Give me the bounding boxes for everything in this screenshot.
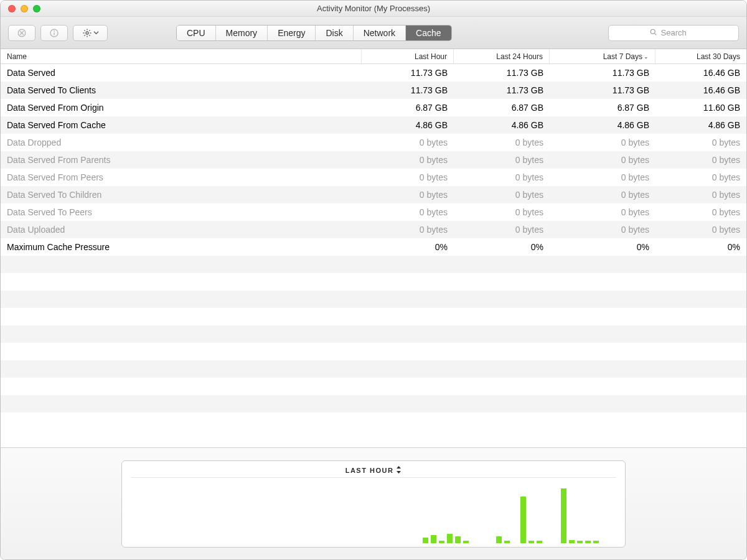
chart-bar (577, 541, 583, 543)
stop-process-button[interactable] (8, 25, 35, 41)
empty-row (1, 413, 746, 430)
metric-name: Data Served To Children (1, 186, 362, 203)
search-input[interactable] (661, 28, 698, 37)
gear-icon (82, 28, 92, 38)
chart-bar (439, 541, 444, 543)
tab-cache[interactable]: Cache (406, 26, 451, 40)
value-last-30-days: 0 bytes (655, 186, 746, 203)
value-last-30-days: 0 bytes (655, 169, 746, 186)
empty-row (1, 360, 746, 378)
svg-point-14 (651, 29, 655, 34)
tab-disk[interactable]: Disk (316, 26, 353, 40)
metric-name: Maximum Cache Pressure (1, 238, 362, 256)
value-last-hour: 0 bytes (362, 134, 454, 151)
gear-menu-button[interactable] (73, 25, 108, 41)
value-last-30-days: 16.46 GB (655, 82, 746, 99)
svg-line-13 (84, 35, 85, 35)
metric-name: Data Served From Cache (1, 116, 362, 134)
value-last-24-hours: 11.73 GB (454, 64, 550, 82)
value-last-7-days: 6.87 GB (550, 99, 655, 116)
table-row[interactable]: Data Served From Origin6.87 GB6.87 GB6.8… (1, 99, 746, 116)
toolbar-left-group (8, 25, 108, 41)
tab-network[interactable]: Network (354, 26, 406, 40)
metric-name: Data Served To Clients (1, 82, 362, 99)
value-last-30-days: 0% (655, 238, 746, 256)
table-row[interactable]: Maximum Cache Pressure0%0%0%0% (1, 238, 746, 256)
value-last-30-days: 0 bytes (655, 203, 746, 221)
tab-cpu[interactable]: CPU (177, 26, 216, 40)
chart-separator (131, 477, 616, 478)
table-body: Data Served11.73 GB11.73 GB11.73 GB16.46… (1, 64, 746, 447)
value-last-30-days: 11.60 GB (655, 99, 746, 116)
minimize-window-button[interactable] (21, 5, 28, 12)
metric-name: Data Served To Peers (1, 203, 362, 221)
table-row[interactable]: Data Served From Parents0 bytes0 bytes0 … (1, 151, 746, 169)
chart-bar (529, 541, 534, 543)
value-last-7-days: 0 bytes (550, 151, 655, 169)
svg-line-11 (89, 35, 90, 35)
chart-range-selector[interactable]: LAST HOUR (131, 466, 616, 475)
chart-bar (455, 536, 461, 543)
value-last-30-days: 0 bytes (655, 134, 746, 151)
info-button[interactable] (40, 25, 68, 41)
value-last-30-days: 16.46 GB (655, 64, 746, 82)
column-last-hour[interactable]: Last Hour (362, 49, 454, 63)
value-last-hour: 0% (362, 238, 454, 256)
value-last-hour: 0 bytes (362, 203, 454, 221)
value-last-hour: 0 bytes (362, 221, 454, 238)
column-last-7-days-label: Last 7 Days (603, 52, 642, 61)
column-name[interactable]: Name (1, 49, 362, 63)
column-last-30-days[interactable]: Last 30 Days (655, 49, 746, 63)
value-last-7-days: 0 bytes (550, 221, 655, 238)
value-last-24-hours: 11.73 GB (454, 82, 550, 99)
svg-point-5 (86, 32, 88, 34)
column-last-24-hours[interactable]: Last 24 Hours (454, 49, 550, 63)
table-row[interactable]: Data Served From Cache4.86 GB4.86 GB4.86… (1, 116, 746, 134)
table-row[interactable]: Data Served To Children0 bytes0 bytes0 b… (1, 186, 746, 203)
value-last-hour: 0 bytes (362, 186, 454, 203)
chart-bar (431, 535, 436, 543)
chart-bar (423, 538, 428, 543)
value-last-24-hours: 0 bytes (454, 169, 550, 186)
value-last-30-days: 0 bytes (655, 221, 746, 238)
value-last-7-days: 11.73 GB (550, 82, 655, 99)
value-last-24-hours: 0 bytes (454, 186, 550, 203)
value-last-24-hours: 0% (454, 238, 550, 256)
value-last-24-hours: 0 bytes (454, 134, 550, 151)
chart-bar (520, 497, 526, 543)
value-last-hour: 0 bytes (362, 151, 454, 169)
table-row[interactable]: Data Served From Peers0 bytes0 bytes0 by… (1, 169, 746, 186)
value-last-30-days: 4.86 GB (655, 116, 746, 134)
table-row[interactable]: Data Dropped0 bytes0 bytes0 bytes0 bytes (1, 134, 746, 151)
value-last-7-days: 11.73 GB (550, 64, 655, 82)
table-row[interactable]: Data Served To Clients11.73 GB11.73 GB11… (1, 82, 746, 99)
close-window-button[interactable] (8, 5, 16, 12)
table-row[interactable]: Data Uploaded0 bytes0 bytes0 bytes0 byte… (1, 221, 746, 238)
window-title: Activity Monitor (My Processes) (1, 4, 746, 13)
column-last-7-days[interactable]: Last 7 Days⌄ (550, 49, 655, 63)
value-last-24-hours: 0 bytes (454, 151, 550, 169)
value-last-hour: 11.73 GB (362, 82, 454, 99)
bottom-panel: LAST HOUR (1, 447, 746, 559)
zoom-window-button[interactable] (33, 5, 40, 12)
value-last-7-days: 4.86 GB (550, 116, 655, 134)
value-last-30-days: 0 bytes (655, 151, 746, 169)
table-row[interactable]: Data Served11.73 GB11.73 GB11.73 GB16.46… (1, 64, 746, 82)
table-row[interactable]: Data Served To Peers0 bytes0 bytes0 byte… (1, 203, 746, 221)
value-last-7-days: 0% (550, 238, 655, 256)
chart-bar (463, 541, 469, 543)
table-header: Name Last Hour Last 24 Hours Last 7 Days… (1, 49, 746, 64)
value-last-24-hours: 6.87 GB (454, 99, 550, 116)
empty-row (1, 395, 746, 413)
tab-memory[interactable]: Memory (216, 26, 268, 40)
chart-area (131, 479, 616, 543)
search-field[interactable] (608, 25, 739, 41)
toolbar: CPUMemoryEnergyDiskNetworkCache (1, 17, 746, 49)
value-last-hour: 0 bytes (362, 169, 454, 186)
tab-energy[interactable]: Energy (268, 26, 316, 40)
svg-line-15 (654, 33, 656, 35)
svg-point-3 (54, 30, 55, 32)
empty-row (1, 291, 746, 308)
chart-bar (504, 541, 510, 543)
metric-name: Data Uploaded (1, 221, 362, 238)
